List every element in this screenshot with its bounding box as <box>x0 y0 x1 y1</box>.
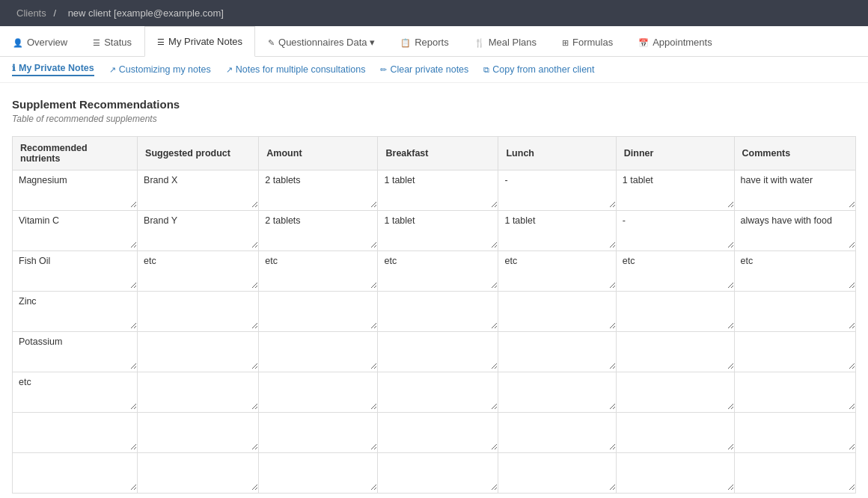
cell-r7-c5[interactable] <box>616 453 734 494</box>
textarea-r1-c6[interactable] <box>735 211 855 248</box>
cell-r6-c5[interactable] <box>616 413 734 453</box>
textarea-r0-c1[interactable] <box>138 170 258 208</box>
textarea-r5-c6[interactable] <box>735 372 855 410</box>
cell-r3-c2[interactable] <box>259 292 378 332</box>
textarea-r7-c4[interactable] <box>498 453 615 491</box>
cell-r5-c2[interactable] <box>259 372 378 413</box>
textarea-r2-c2[interactable] <box>259 251 377 289</box>
textarea-r3-c6[interactable] <box>735 292 855 329</box>
textarea-r5-c0[interactable] <box>13 372 137 410</box>
cell-r5-c0[interactable] <box>13 372 138 413</box>
cell-r7-c2[interactable] <box>259 453 378 494</box>
cell-r2-c4[interactable] <box>498 251 616 292</box>
cell-r7-c4[interactable] <box>498 453 616 494</box>
textarea-r3-c2[interactable] <box>259 292 377 329</box>
cell-r0-c2[interactable] <box>259 170 378 211</box>
textarea-r2-c5[interactable] <box>617 251 734 289</box>
cell-r6-c4[interactable] <box>498 413 616 453</box>
textarea-r6-c5[interactable] <box>617 413 734 450</box>
cell-r0-c6[interactable] <box>734 170 855 211</box>
textarea-r1-c3[interactable] <box>378 211 498 248</box>
textarea-r1-c4[interactable] <box>498 211 615 248</box>
cell-r1-c6[interactable] <box>734 211 855 251</box>
cell-r1-c5[interactable] <box>616 211 734 251</box>
tab-questionnaires-data[interactable]: Questionnaires Data ▾ <box>255 26 388 57</box>
cell-r6-c3[interactable] <box>378 413 498 453</box>
textarea-r7-c3[interactable] <box>378 453 498 491</box>
textarea-r6-c6[interactable] <box>735 413 855 450</box>
cell-r3-c1[interactable] <box>138 292 259 332</box>
textarea-r6-c0[interactable] <box>13 413 137 450</box>
textarea-r2-c4[interactable] <box>498 251 615 289</box>
textarea-r6-c1[interactable] <box>138 413 258 450</box>
tab-appointments[interactable]: Appointments <box>626 26 725 57</box>
cell-r7-c6[interactable] <box>734 453 855 494</box>
textarea-r5-c4[interactable] <box>498 372 615 410</box>
cell-r5-c6[interactable] <box>734 372 855 413</box>
cell-r1-c1[interactable] <box>138 211 259 251</box>
cell-r4-c4[interactable] <box>498 332 616 372</box>
cell-r2-c3[interactable] <box>378 251 498 292</box>
textarea-r3-c0[interactable] <box>13 292 137 329</box>
textarea-r1-c0[interactable] <box>13 211 137 248</box>
cell-r6-c1[interactable] <box>138 413 259 453</box>
cell-r0-c3[interactable] <box>378 170 498 211</box>
textarea-r5-c3[interactable] <box>378 372 498 410</box>
textarea-r1-c5[interactable] <box>617 211 734 248</box>
textarea-r0-c3[interactable] <box>378 170 498 208</box>
tab-reports[interactable]: Reports <box>388 26 462 57</box>
textarea-r0-c4[interactable] <box>498 170 615 208</box>
textarea-r7-c1[interactable] <box>138 453 258 491</box>
textarea-r0-c0[interactable] <box>13 170 137 208</box>
cell-r4-c2[interactable] <box>259 332 378 372</box>
tab-my-private-notes[interactable]: My Private Notes <box>144 26 255 57</box>
tab-overview[interactable]: Overview <box>0 26 80 57</box>
cell-r0-c1[interactable] <box>138 170 259 211</box>
textarea-r6-c3[interactable] <box>378 413 498 450</box>
textarea-r2-c1[interactable] <box>138 251 258 289</box>
subnav-customizing[interactable]: Customizing my notes <box>109 64 211 75</box>
cell-r7-c3[interactable] <box>378 453 498 494</box>
textarea-r7-c2[interactable] <box>259 453 377 491</box>
cell-r1-c3[interactable] <box>378 211 498 251</box>
cell-r5-c1[interactable] <box>138 372 259 413</box>
cell-r1-c2[interactable] <box>259 211 378 251</box>
cell-r4-c0[interactable] <box>13 332 138 372</box>
cell-r3-c3[interactable] <box>378 292 498 332</box>
textarea-r0-c6[interactable] <box>735 170 855 208</box>
subnav-copy-from[interactable]: Copy from another client <box>483 64 594 75</box>
tab-meal-plans[interactable]: Meal Plans <box>462 26 549 57</box>
textarea-r4-c6[interactable] <box>735 332 855 369</box>
textarea-r4-c5[interactable] <box>617 332 734 369</box>
tab-formulas[interactable]: Formulas <box>549 26 626 57</box>
cell-r0-c4[interactable] <box>498 170 616 211</box>
textarea-r3-c5[interactable] <box>617 292 734 329</box>
textarea-r7-c0[interactable] <box>13 453 137 491</box>
subnav-multiple-consultations[interactable]: Notes for multiple consultations <box>226 64 366 75</box>
cell-r7-c0[interactable] <box>13 453 138 494</box>
subnav-my-private-notes[interactable]: My Private Notes <box>12 63 94 76</box>
textarea-r4-c2[interactable] <box>259 332 377 369</box>
cell-r4-c3[interactable] <box>378 332 498 372</box>
textarea-r6-c4[interactable] <box>498 413 615 450</box>
textarea-r0-c5[interactable] <box>617 170 734 208</box>
cell-r3-c4[interactable] <box>498 292 616 332</box>
subnav-clear-notes[interactable]: Clear private notes <box>380 64 468 75</box>
cell-r0-c5[interactable] <box>616 170 734 211</box>
textarea-r3-c4[interactable] <box>498 292 615 329</box>
cell-r2-c0[interactable] <box>13 251 138 292</box>
cell-r2-c5[interactable] <box>616 251 734 292</box>
textarea-r5-c1[interactable] <box>138 372 258 410</box>
cell-r5-c4[interactable] <box>498 372 616 413</box>
cell-r5-c5[interactable] <box>616 372 734 413</box>
textarea-r3-c1[interactable] <box>138 292 258 329</box>
textarea-r2-c0[interactable] <box>13 251 137 289</box>
cell-r3-c6[interactable] <box>734 292 855 332</box>
cell-r2-c2[interactable] <box>259 251 378 292</box>
cell-r4-c1[interactable] <box>138 332 259 372</box>
breadcrumb-clients[interactable]: Clients <box>16 7 46 19</box>
textarea-r5-c5[interactable] <box>617 372 734 410</box>
textarea-r4-c4[interactable] <box>498 332 615 369</box>
textarea-r7-c6[interactable] <box>735 453 855 491</box>
cell-r4-c6[interactable] <box>734 332 855 372</box>
